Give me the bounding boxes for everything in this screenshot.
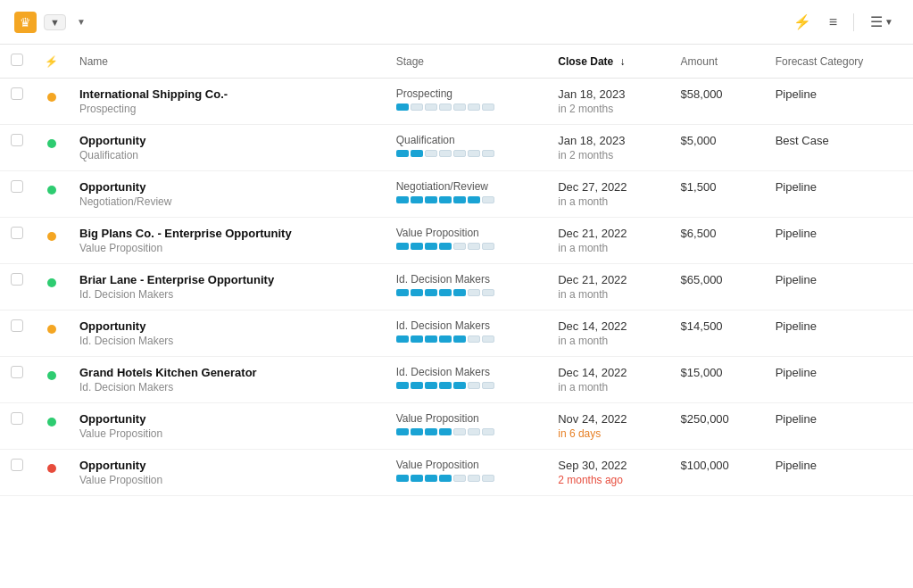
view-dropdown-arrow[interactable]: ▼ <box>44 14 66 30</box>
row-stage-cell: Prospecting <box>386 79 548 125</box>
close-date-sub: in 6 days <box>558 427 659 440</box>
close-date-sub: in a month <box>558 242 659 254</box>
row-amount-cell: $15,000 <box>670 357 765 403</box>
row-amount-cell: $1,500 <box>670 171 765 218</box>
row-checkbox[interactable] <box>11 273 23 286</box>
row-checkbox[interactable] <box>11 134 23 146</box>
row-amount-cell: $65,000 <box>670 264 765 311</box>
opportunity-name[interactable]: Grand Hotels Kitchen Generator <box>79 366 375 379</box>
status-dot <box>47 93 56 102</box>
table-row: Grand Hotels Kitchen Generator Id. Decis… <box>0 357 913 403</box>
bulk-update-button[interactable] <box>114 19 129 26</box>
row-checkbox[interactable] <box>11 459 23 471</box>
stage-name: Value Proposition <box>396 459 537 471</box>
col-checkbox <box>0 45 34 79</box>
table-row: Briar Lane - Enterprise Opportunity Id. … <box>0 264 913 311</box>
col-amount[interactable]: Amount <box>670 45 765 79</box>
row-amount-cell: $14,500 <box>670 311 765 357</box>
header-divider <box>853 13 854 31</box>
opportunity-stage-label: Id. Decision Makers <box>79 381 375 393</box>
row-checkbox-cell <box>0 357 34 403</box>
opportunity-stage-label: Value Proposition <box>79 427 375 440</box>
opportunity-name[interactable]: Opportunity <box>79 180 375 194</box>
row-name-cell: Briar Lane - Enterprise Opportunity Id. … <box>69 264 386 311</box>
opportunity-name[interactable]: Opportunity <box>79 459 375 472</box>
close-date-sub: 2 months ago <box>558 474 659 486</box>
opportunity-name[interactable]: Opportunity <box>79 412 375 426</box>
row-dot-cell <box>34 171 69 218</box>
row-forecast-cell: Pipeline <box>765 171 913 218</box>
row-name-cell: Opportunity Value Proposition <box>69 450 386 496</box>
col-close-date[interactable]: Close Date ↓ <box>547 45 669 79</box>
opportunity-name[interactable]: Big Plans Co. - Enterprise Opportunity <box>79 227 375 240</box>
row-stage-cell: Id. Decision Makers <box>386 264 548 311</box>
close-date-main: Dec 27, 2022 <box>558 180 659 194</box>
row-name-cell: Opportunity Negotiation/Review <box>69 171 386 218</box>
refresh-button[interactable] <box>93 19 107 26</box>
table-row: Opportunity Value Proposition Value Prop… <box>0 403 913 450</box>
row-close-date-cell: Jan 18, 2023 in 2 months <box>547 79 669 125</box>
row-forecast-cell: Pipeline <box>765 311 913 357</box>
row-stage-cell: Value Proposition <box>386 403 548 450</box>
view-title-wrapper[interactable]: ▼ <box>73 17 86 27</box>
opportunity-stage-label: Qualification <box>79 149 375 161</box>
row-checkbox[interactable] <box>11 180 23 193</box>
opportunity-name[interactable]: Briar Lane - Enterprise Opportunity <box>79 273 375 286</box>
row-checkbox[interactable] <box>11 366 23 378</box>
chevron-down-icon: ▼ <box>77 17 86 27</box>
col-name[interactable]: Name <box>69 45 386 79</box>
list-view-button[interactable]: ☰ ▼ <box>865 10 899 34</box>
row-name-cell: Grand Hotels Kitchen Generator Id. Decis… <box>69 357 386 403</box>
row-checkbox-cell <box>0 311 34 357</box>
row-checkbox[interactable] <box>11 87 23 100</box>
close-date-main: Dec 21, 2022 <box>558 227 659 240</box>
row-close-date-cell: Nov 24, 2022 in 6 days <box>547 403 669 450</box>
row-dot-cell <box>34 218 69 264</box>
row-checkbox[interactable] <box>11 319 23 332</box>
status-dot <box>47 325 56 334</box>
header-left: ♛ ▼ ▼ <box>14 12 788 33</box>
row-dot-cell <box>34 79 69 125</box>
opportunity-stage-label: Id. Decision Makers <box>79 288 375 301</box>
stage-name: Id. Decision Makers <box>396 319 537 332</box>
row-stage-cell: Value Proposition <box>386 450 548 496</box>
row-stage-cell: Negotiation/Review <box>386 171 548 218</box>
row-dot-cell <box>34 264 69 311</box>
row-dot-cell <box>34 357 69 403</box>
col-stage[interactable]: Stage <box>386 45 548 79</box>
table-header: ⚡ Name Stage Close Date ↓ Amount Forecas… <box>0 45 913 79</box>
table-row: Big Plans Co. - Enterprise Opportunity V… <box>0 218 913 264</box>
row-checkbox[interactable] <box>11 412 23 425</box>
close-date-main: Nov 24, 2022 <box>558 412 659 426</box>
row-forecast-cell: Pipeline <box>765 264 913 311</box>
filter-icon-button[interactable]: ≡ <box>824 11 842 34</box>
opportunity-name[interactable]: Opportunity <box>79 319 375 333</box>
row-name-cell: Opportunity Qualification <box>69 125 386 171</box>
crown-icon: ♛ <box>20 15 31 29</box>
stage-name: Qualification <box>396 134 537 146</box>
opportunities-table: ⚡ Name Stage Close Date ↓ Amount Forecas… <box>0 45 913 496</box>
row-checkbox-cell <box>0 171 34 218</box>
opportunity-name[interactable]: International Shipping Co.- <box>79 87 375 101</box>
row-close-date-cell: Dec 21, 2022 in a month <box>547 218 669 264</box>
status-dot <box>47 418 56 427</box>
chart-icon-button[interactable]: ⚡ <box>788 10 817 34</box>
row-checkbox[interactable] <box>11 227 23 239</box>
col-forecast[interactable]: Forecast Category <box>765 45 913 79</box>
row-checkbox-cell <box>0 218 34 264</box>
opportunity-name[interactable]: Opportunity <box>79 134 375 147</box>
row-stage-cell: Value Proposition <box>386 218 548 264</box>
row-close-date-cell: Dec 21, 2022 in a month <box>547 264 669 311</box>
select-all-checkbox[interactable] <box>11 54 23 66</box>
row-close-date-cell: Dec 14, 2022 in a month <box>547 357 669 403</box>
status-dot <box>47 464 56 473</box>
row-close-date-cell: Dec 27, 2022 in a month <box>547 171 669 218</box>
status-dot <box>47 139 56 148</box>
row-checkbox-cell <box>0 403 34 450</box>
stage-name: Prospecting <box>396 87 537 100</box>
table-row: International Shipping Co.- Prospecting … <box>0 79 913 125</box>
status-dot <box>47 371 56 380</box>
close-date-main: Dec 14, 2022 <box>558 366 659 379</box>
row-dot-cell <box>34 125 69 171</box>
row-amount-cell: $6,500 <box>670 218 765 264</box>
